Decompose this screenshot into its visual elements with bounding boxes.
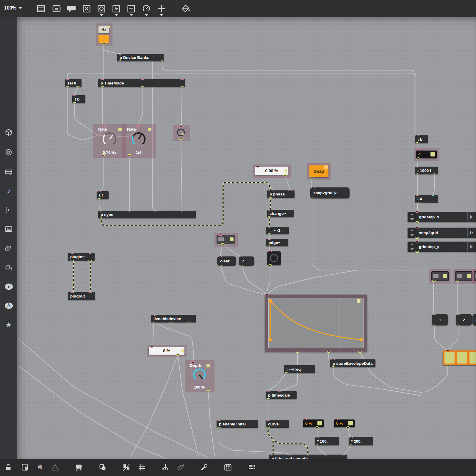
outlet-port[interactable]	[180, 86, 184, 87]
button-icon[interactable]	[96, 4, 107, 14]
p-timescale[interactable]: p timescale	[266, 391, 297, 399]
device-number[interactable]: 0 %	[149, 347, 184, 355]
inlet-port[interactable]	[150, 346, 154, 348]
inlet-port[interactable]	[71, 253, 74, 254]
outlet-port[interactable]	[315, 426, 319, 428]
bang-button[interactable]	[267, 251, 281, 265]
patch-cable[interactable]	[18, 366, 167, 459]
attrui-snap2grid[interactable]: snap2grid1:	[408, 228, 476, 238]
sel-0[interactable]: sel 0	[65, 79, 82, 87]
outlet-port[interactable]	[432, 280, 436, 282]
outlet-port[interactable]	[446, 364, 450, 367]
inlet-port[interactable]	[265, 293, 269, 295]
outlet-port[interactable]	[269, 197, 273, 198]
inlet-port[interactable]	[73, 95, 76, 96]
t-1000-i[interactable]: t 1000 i	[415, 167, 438, 174]
inlet-port[interactable]	[269, 190, 273, 191]
favorites-star-icon[interactable]: ★	[4, 321, 13, 329]
inlet-port[interactable]	[416, 167, 419, 167]
outlet-port[interactable]	[152, 322, 155, 322]
outlet-port[interactable]	[169, 322, 173, 322]
t-f[interactable]: t f	[97, 191, 109, 199]
patch-cable[interactable]	[100, 155, 103, 191]
inlet-port[interactable]	[446, 349, 450, 351]
slider-icon[interactable]	[126, 4, 136, 14]
spinner-down-icon[interactable]	[410, 248, 414, 250]
outlet-port[interactable]	[101, 86, 104, 87]
outlet-port[interactable]	[187, 322, 191, 322]
patch-cable[interactable]	[434, 325, 447, 350]
outlet-port[interactable]	[267, 233, 271, 234]
patch-cable[interactable]	[153, 322, 154, 347]
vizzie-icon[interactable]: v	[4, 282, 13, 291]
spinner-zone[interactable]	[408, 212, 416, 222]
outlet-port[interactable]	[416, 202, 419, 203]
inlet-port[interactable]	[456, 314, 460, 315]
dial-icon-dropdown[interactable]	[145, 14, 148, 16]
zoom-control[interactable]: 100%	[4, 5, 22, 11]
outlet-port[interactable]	[415, 142, 419, 143]
inlet-port[interactable]	[268, 250, 272, 252]
snap2grid-message[interactable]: snap2grid $1	[310, 187, 350, 198]
function-editor[interactable]	[265, 295, 367, 352]
depth-dial[interactable]: Depth100 %	[187, 362, 212, 390]
signal-cable[interactable]	[268, 428, 273, 455]
outlet-port[interactable]	[283, 174, 287, 176]
inlet-port[interactable]	[136, 125, 139, 127]
small-ui-1[interactable]	[217, 235, 235, 244]
spinner-zone[interactable]	[408, 228, 416, 238]
inlet-port[interactable]	[240, 256, 243, 257]
inlet-port[interactable]	[416, 195, 419, 196]
signal-cable[interactable]	[268, 428, 273, 455]
inlet-port[interactable]	[71, 292, 74, 293]
clip-add-icon[interactable]	[176, 463, 185, 472]
inlet-port[interactable]	[415, 226, 419, 228]
dial-knob[interactable]	[102, 131, 117, 147]
rate-dial-sync[interactable]: Rate1/4	[124, 126, 153, 155]
outlet-port[interactable]	[415, 251, 419, 253]
live-pct-2[interactable]: 0 %	[334, 419, 355, 427]
inlet-port[interactable]	[416, 149, 420, 151]
clear-message[interactable]: clear	[217, 256, 236, 266]
radiogroup[interactable]	[443, 350, 476, 365]
outlet-port[interactable]	[160, 60, 164, 61]
duplicate-icon[interactable]	[98, 463, 107, 472]
curve-tilde[interactable]: curve~	[266, 420, 289, 428]
outlet-port[interactable]	[71, 260, 74, 261]
outlet-port[interactable]	[217, 427, 221, 428]
inlet-port[interactable]	[288, 455, 292, 455]
mul-200[interactable]: * 200.	[349, 437, 373, 445]
button-icon-dropdown[interactable]	[100, 14, 103, 16]
p-enable-inital[interactable]: p enable inital	[217, 420, 258, 428]
inlet-port[interactable]	[431, 195, 435, 196]
patch-cable[interactable]	[448, 325, 458, 350]
inlet-port[interactable]	[267, 227, 271, 228]
patch-cable[interactable]	[130, 355, 178, 457]
inlet-port[interactable]	[128, 211, 131, 212]
t-b-2[interactable]: t b	[415, 135, 428, 143]
outlet-port[interactable]	[76, 86, 80, 87]
inlet-port[interactable]	[101, 79, 104, 80]
outlet-port[interactable]	[456, 280, 459, 282]
number-4[interactable]: 4	[416, 151, 437, 158]
outlet-port[interactable]	[346, 426, 350, 428]
inlet-port[interactable]	[218, 256, 222, 257]
outlet-port[interactable]	[311, 198, 315, 198]
inlet-port[interactable]	[324, 455, 328, 455]
patch-cable[interactable]	[344, 445, 351, 455]
outlet-port[interactable]	[218, 265, 222, 266]
patch-cable[interactable]	[242, 266, 267, 295]
p-store-envelope-data[interactable]: p storeEnvelopeData	[330, 359, 375, 367]
inlet-port[interactable]	[433, 314, 436, 315]
spinner-up-icon[interactable]	[410, 213, 414, 215]
inlet-port[interactable]	[179, 126, 183, 128]
inlet-port[interactable]	[101, 125, 105, 127]
inlet-port[interactable]	[180, 79, 184, 80]
inlet-port[interactable]	[415, 135, 419, 136]
tab-hz-note[interactable]: Hz♪	[98, 26, 110, 43]
outlet-port[interactable]	[268, 264, 272, 266]
inlet-port[interactable]	[154, 211, 157, 212]
outlet-port[interactable]	[88, 260, 92, 261]
radio-cell-1[interactable]	[457, 352, 467, 364]
patch-cable[interactable]	[348, 427, 350, 437]
